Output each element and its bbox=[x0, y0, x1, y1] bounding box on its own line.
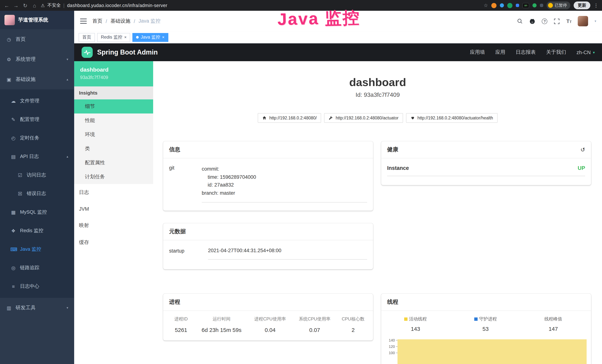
sba-item-classes[interactable]: 类 bbox=[74, 142, 153, 156]
sba-item-environment[interactable]: 环境 bbox=[74, 128, 153, 142]
address-bar[interactable]: ⚠ 不安全 | dashboard.yudao.iocoder.cn/infra… bbox=[41, 2, 167, 9]
tab-home[interactable]: 首页 bbox=[79, 33, 95, 42]
health-row: Instance UP bbox=[387, 165, 585, 176]
status-badge: UP bbox=[578, 165, 585, 171]
extension-green-circle-icon[interactable] bbox=[507, 3, 512, 8]
sba-instance-header[interactable]: dashboard 93a3fc7f7409 bbox=[74, 61, 153, 86]
github-icon[interactable] bbox=[529, 18, 536, 24]
sba-item-mappings[interactable]: 映射 bbox=[74, 217, 153, 234]
chevron-up-icon: ▴ bbox=[66, 77, 68, 81]
smiley-icon bbox=[548, 3, 553, 8]
edit-icon: ✎ bbox=[10, 117, 16, 122]
reload-icon[interactable]: ↻ bbox=[22, 2, 28, 8]
sba-navbar: Spring Boot Admin 应用墙 应用 日志报表 关于我们 zh-CN… bbox=[74, 43, 602, 61]
chevron-down-icon: ▾ bbox=[66, 306, 68, 310]
sidebar-item-redis-monitor[interactable]: ❖ Redis 监控 bbox=[0, 221, 74, 240]
health-icon bbox=[410, 116, 415, 120]
sba-nav-wallboard[interactable]: 应用墙 bbox=[470, 49, 485, 56]
sba-item-logs[interactable]: 日志 bbox=[74, 184, 153, 201]
infrastructure-icon: ▣ bbox=[6, 76, 12, 82]
threads-legend: 活动线程 143 守护进程 53 bbox=[381, 311, 591, 334]
sidebar-item-config-management[interactable]: ✎ 配置管理 bbox=[0, 110, 74, 129]
browser-menu-icon[interactable]: ⋮ bbox=[594, 3, 599, 8]
help-icon[interactable]: ? bbox=[542, 18, 548, 24]
sidebar-item-java-monitor[interactable]: ⌨ Java 监控 bbox=[0, 240, 74, 258]
health-card-title: 健康 bbox=[387, 146, 398, 153]
sba-nav-journal[interactable]: 日志报表 bbox=[516, 49, 536, 56]
sidebar-item-trace[interactable]: ◎ 链路追踪 bbox=[0, 258, 74, 277]
process-card: 进程 进程ID 运行时间 进程CPU使用率 系统CPU使用率 CPU核心数 52… bbox=[163, 294, 373, 341]
extension-fox-icon[interactable] bbox=[491, 3, 496, 8]
close-icon[interactable]: × bbox=[124, 35, 127, 39]
browser-chrome: ← → ↻ ⌂ ⚠ 不安全 | dashboard.yudao.iocoder.… bbox=[0, 0, 602, 11]
chevron-down-icon: ▾ bbox=[66, 57, 68, 61]
extension-on-badge[interactable]: on bbox=[522, 3, 529, 8]
paused-badge[interactable]: 已暂停 bbox=[547, 1, 570, 9]
sidebar-item-error-log[interactable]: ☒ 错误日志 bbox=[0, 184, 74, 203]
extension-puzzle-icon[interactable] bbox=[540, 4, 543, 7]
collapse-sidebar-icon[interactable] bbox=[80, 19, 87, 24]
sba-logo-icon[interactable] bbox=[82, 47, 93, 58]
legend-peak-threads: 线程峰值 147 bbox=[544, 316, 562, 332]
update-button[interactable]: 更新 bbox=[574, 1, 590, 9]
sidebar-item-file-management[interactable]: ☁ 文件管理 bbox=[0, 92, 74, 110]
avatar[interactable] bbox=[578, 16, 588, 26]
tab-redis-monitor[interactable]: Redis 监控 × bbox=[97, 33, 130, 42]
page: ← → ↻ ⌂ ⚠ 不安全 | dashboard.yudao.iocoder.… bbox=[0, 0, 602, 364]
sba-nav-about[interactable]: 关于我们 bbox=[546, 49, 566, 56]
info-card: 信息 git commit: time: 1596289704000 id: 2… bbox=[163, 141, 373, 211]
sidebar-item-infrastructure[interactable]: ▣ 基础设施 ▴ bbox=[0, 69, 74, 89]
cards-grid: 信息 git commit: time: 1596289704000 id: 2… bbox=[153, 123, 602, 364]
sidebar-item-dev-tools[interactable]: ▥ 研发工具 ▾ bbox=[0, 298, 74, 318]
sidebar-item-system[interactable]: ⚙ 系统管理 ▾ bbox=[0, 49, 74, 69]
info-value: commit: time: 1596289704000 id: 27aa832 … bbox=[202, 165, 367, 203]
sidebar-item-api-log[interactable]: ▤ API 日志 ▴ bbox=[0, 147, 74, 166]
breadcrumb-infrastructure[interactable]: 基础设施 bbox=[110, 18, 130, 24]
api-log-icon: ▤ bbox=[10, 154, 16, 159]
home-icon[interactable]: ⌂ bbox=[32, 2, 37, 8]
sba-item-scheduled-tasks[interactable]: 计划任务 bbox=[74, 170, 153, 184]
sba-item-performance[interactable]: 性能 bbox=[74, 114, 153, 128]
sba-nav-applications[interactable]: 应用 bbox=[495, 49, 505, 56]
health-url-chip[interactable]: http://192.168.0.2:48080/actuator/health bbox=[406, 113, 497, 123]
bookmark-star-icon[interactable]: ☆ bbox=[484, 3, 488, 8]
tab-java-monitor[interactable]: Java 监控 × bbox=[133, 33, 168, 42]
sba-item-caches[interactable]: 缓存 bbox=[74, 234, 153, 251]
forward-icon[interactable]: → bbox=[13, 2, 19, 8]
chevron-up-icon: ▴ bbox=[66, 155, 68, 158]
chevron-down-icon: ▾ bbox=[593, 50, 595, 54]
warning-icon: ⚠ bbox=[41, 3, 45, 8]
sidebar-item-access-log[interactable]: ☑ 访问日志 bbox=[0, 166, 74, 184]
health-instance-label: Instance bbox=[387, 165, 409, 171]
info-key: git bbox=[169, 165, 202, 203]
sidebar-item-mysql-monitor[interactable]: ▦ MySQL 监控 bbox=[0, 203, 74, 221]
metadata-value: 2021-04-27T00:44:31.254+08:00 bbox=[208, 248, 367, 260]
back-icon[interactable]: ← bbox=[4, 2, 10, 8]
address-divider: | bbox=[64, 3, 65, 8]
sba-item-jvm[interactable]: JVM bbox=[74, 201, 153, 217]
service-url-chip[interactable]: http://192.168.0.2:48080/ bbox=[258, 113, 321, 123]
sidebar-item-scheduled-tasks[interactable]: ◴ 定时任务 bbox=[0, 129, 74, 147]
history-icon[interactable]: ↺ bbox=[580, 146, 585, 153]
sba-instance-id: 93a3fc7f7409 bbox=[80, 75, 147, 80]
trace-icon: ◎ bbox=[10, 265, 16, 270]
gear-icon: ⚙ bbox=[6, 57, 12, 62]
breadcrumb-home[interactable]: 首页 bbox=[92, 18, 102, 24]
fullscreen-icon[interactable] bbox=[554, 18, 560, 24]
sba-brand-title[interactable]: Spring Boot Admin bbox=[97, 48, 158, 56]
extension-grid-icon[interactable] bbox=[516, 4, 519, 7]
sidebar-item-home[interactable]: ◷ 首页 bbox=[0, 29, 74, 49]
app-logo[interactable]: 芋道管理系统 bbox=[0, 11, 74, 29]
font-size-icon[interactable]: TT bbox=[566, 18, 572, 24]
sba-item-config-props[interactable]: 配置属性 bbox=[74, 156, 153, 170]
search-icon[interactable] bbox=[517, 18, 523, 24]
chevron-down-icon[interactable]: ▾ bbox=[595, 19, 596, 23]
sba-item-details[interactable]: 细节 bbox=[74, 99, 153, 114]
actuator-url-chip[interactable]: http://192.168.0.2:48080/actuator bbox=[324, 113, 403, 123]
extension-drop-icon[interactable] bbox=[500, 3, 504, 7]
close-icon[interactable]: × bbox=[162, 35, 164, 39]
sba-locale-select[interactable]: zh-CN ▾ bbox=[576, 50, 595, 55]
log-center-icon: ≡ bbox=[10, 284, 16, 289]
sidebar-item-log-center[interactable]: ≡ 日志中心 bbox=[0, 277, 74, 296]
extension-leaf-icon[interactable] bbox=[532, 3, 537, 7]
